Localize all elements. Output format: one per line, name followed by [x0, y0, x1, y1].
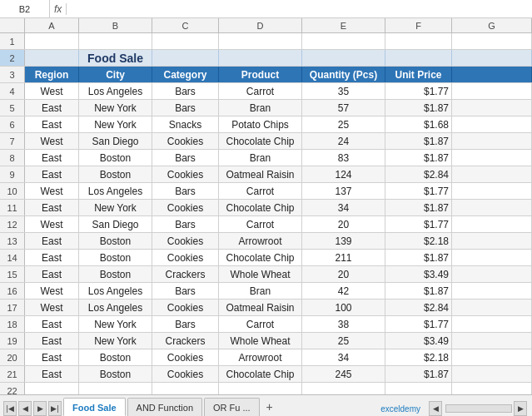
col-header-e[interactable]: E	[302, 18, 385, 32]
tab-nav-last[interactable]: ▶|	[48, 401, 62, 416]
cell-extra-8[interactable]	[452, 150, 532, 166]
cell-qty-19[interactable]: 25	[302, 333, 385, 349]
header-extra[interactable]	[452, 67, 532, 82]
cell-product-13[interactable]: Arrowroot	[219, 233, 302, 249]
cell-region-14[interactable]: East	[25, 250, 79, 265]
cell-region-6[interactable]: East	[25, 116, 79, 132]
cell-city-21[interactable]: Boston	[79, 366, 152, 382]
cell-price-20[interactable]: $2.18	[385, 349, 452, 365]
cell-price-19[interactable]: $3.49	[385, 333, 452, 349]
cell-region-10[interactable]: West	[25, 183, 79, 199]
cell-price-14[interactable]: $1.87	[385, 250, 452, 265]
cell-city-8[interactable]: Boston	[79, 150, 152, 166]
cell-region-5[interactable]: East	[25, 100, 79, 116]
tab-nav-first[interactable]: |◀	[3, 401, 17, 416]
cell-category-16[interactable]: Bars	[152, 283, 219, 299]
name-box[interactable]: B2	[0, 0, 50, 18]
cell-region-8[interactable]: East	[25, 150, 79, 166]
cell-product-17[interactable]: Oatmeal Raisin	[219, 300, 302, 315]
cell-category-18[interactable]: Bars	[152, 316, 219, 332]
scroll-left[interactable]: ◀	[429, 401, 442, 416]
cell-extra-7[interactable]	[452, 133, 532, 149]
cell-c2[interactable]	[152, 50, 219, 66]
cell-price-9[interactable]: $2.84	[385, 166, 452, 182]
cell-region-15[interactable]: East	[25, 266, 79, 282]
cell-category-12[interactable]: Bars	[152, 216, 219, 232]
cell-price-8[interactable]: $1.87	[385, 150, 452, 166]
cell-b1[interactable]	[79, 33, 152, 49]
cell-price-18[interactable]: $1.77	[385, 316, 452, 332]
cell-price-11[interactable]: $1.87	[385, 200, 452, 215]
cell-city-18[interactable]: New York	[79, 316, 152, 332]
cell-extra-4[interactable]	[452, 83, 532, 99]
cell-product-10[interactable]: Carrot	[219, 183, 302, 199]
cell-extra-16[interactable]	[452, 283, 532, 299]
cell-category-13[interactable]: Cookies	[152, 233, 219, 249]
cell-e22[interactable]	[302, 383, 385, 394]
cell-extra-17[interactable]	[452, 300, 532, 315]
cell-f1[interactable]	[385, 33, 452, 49]
cell-city-12[interactable]: San Diego	[79, 216, 152, 232]
cell-price-16[interactable]: $1.87	[385, 283, 452, 299]
cell-qty-10[interactable]: 137	[302, 183, 385, 199]
cell-qty-5[interactable]: 57	[302, 100, 385, 116]
cell-extra-12[interactable]	[452, 216, 532, 232]
cell-extra-6[interactable]	[452, 116, 532, 132]
cell-region-17[interactable]: West	[25, 300, 79, 315]
cell-a22[interactable]	[25, 383, 79, 394]
tab-food-sale[interactable]: Food Sale	[63, 398, 126, 416]
cell-product-14[interactable]: Chocolate Chip	[219, 250, 302, 265]
cell-category-5[interactable]: Bars	[152, 100, 219, 116]
cell-category-19[interactable]: Crackers	[152, 333, 219, 349]
cell-city-7[interactable]: San Diego	[79, 133, 152, 149]
cell-extra-5[interactable]	[452, 100, 532, 116]
cell-d1[interactable]	[219, 33, 302, 49]
tab-add-button[interactable]: +	[261, 398, 278, 416]
cell-b2-title[interactable]: Food Sale	[79, 50, 152, 66]
header-price[interactable]: Unit Price	[385, 67, 452, 82]
cell-qty-18[interactable]: 38	[302, 316, 385, 332]
cell-city-6[interactable]: New York	[79, 116, 152, 132]
cell-city-19[interactable]: New York	[79, 333, 152, 349]
cell-region-18[interactable]: East	[25, 316, 79, 332]
cell-region-11[interactable]: East	[25, 200, 79, 215]
cell-product-20[interactable]: Arrowroot	[219, 349, 302, 365]
cell-city-11[interactable]: New York	[79, 200, 152, 215]
cell-f2[interactable]	[385, 50, 452, 66]
cell-product-12[interactable]: Carrot	[219, 216, 302, 232]
cell-city-16[interactable]: Los Angeles	[79, 283, 152, 299]
cell-product-4[interactable]: Carrot	[219, 83, 302, 99]
cell-extra-9[interactable]	[452, 166, 532, 182]
cell-city-9[interactable]: Boston	[79, 166, 152, 182]
cell-extra-18[interactable]	[452, 316, 532, 332]
cell-region-4[interactable]: West	[25, 83, 79, 99]
cell-qty-14[interactable]: 211	[302, 250, 385, 265]
cell-extra-15[interactable]	[452, 266, 532, 282]
cell-product-11[interactable]: Chocolate Chip	[219, 200, 302, 215]
cell-category-17[interactable]: Cookies	[152, 300, 219, 315]
cell-d22[interactable]	[219, 383, 302, 394]
cell-city-10[interactable]: Los Angeles	[79, 183, 152, 199]
scroll-bar[interactable]	[445, 404, 512, 413]
col-header-c[interactable]: C	[152, 18, 219, 32]
cell-region-13[interactable]: East	[25, 233, 79, 249]
cell-region-21[interactable]: East	[25, 366, 79, 382]
cell-category-15[interactable]: Crackers	[152, 266, 219, 282]
cell-category-6[interactable]: Snacks	[152, 116, 219, 132]
cell-price-5[interactable]: $1.87	[385, 100, 452, 116]
cell-a1[interactable]	[25, 33, 79, 49]
cell-qty-17[interactable]: 100	[302, 300, 385, 315]
cell-qty-20[interactable]: 34	[302, 349, 385, 365]
scroll-right[interactable]: ▶	[514, 401, 527, 416]
tab-or-function[interactable]: OR Fu ...	[204, 398, 260, 416]
cell-qty-13[interactable]: 139	[302, 233, 385, 249]
cell-price-4[interactable]: $1.77	[385, 83, 452, 99]
cell-product-5[interactable]: Bran	[219, 100, 302, 116]
cell-g2[interactable]	[452, 50, 532, 66]
cell-c1[interactable]	[152, 33, 219, 49]
cell-e1[interactable]	[302, 33, 385, 49]
cell-city-5[interactable]: New York	[79, 100, 152, 116]
cell-product-21[interactable]: Chocolate Chip	[219, 366, 302, 382]
header-quantity[interactable]: Quantity (Pcs)	[302, 67, 385, 82]
cell-g1[interactable]	[452, 33, 532, 49]
